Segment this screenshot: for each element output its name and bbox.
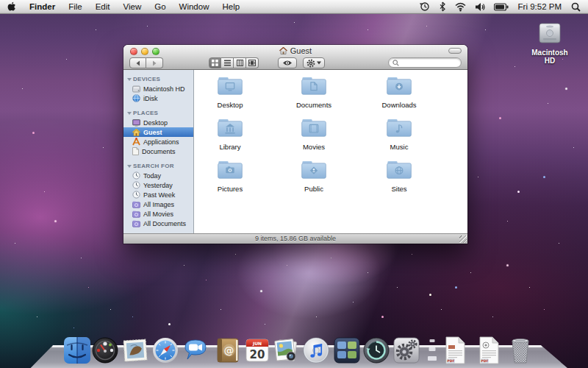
disclosure-triangle-icon	[127, 78, 132, 81]
menu-help[interactable]: Help	[215, 0, 246, 13]
dashboard-icon	[90, 336, 120, 365]
toolbar-toggle-button[interactable]	[448, 48, 462, 54]
sidebar-item-documents[interactable]: Documents	[123, 146, 193, 156]
gear-icon	[306, 59, 315, 68]
search-icon	[392, 60, 399, 66]
spotlight-icon[interactable]	[567, 0, 588, 13]
sidebar-section-devices[interactable]: DEVICES	[123, 74, 193, 84]
folder-pictures[interactable]: Pictures	[198, 159, 262, 193]
folder-sites[interactable]: Sites	[368, 159, 431, 193]
icon-view-button[interactable]	[209, 57, 221, 68]
hard-drive-icon	[132, 85, 140, 93]
folder-public[interactable]: Public	[282, 159, 345, 193]
pdf-document-icon: PDF	[475, 336, 503, 365]
sidebar-item-label: Macintosh HD	[143, 85, 185, 93]
sidebar-item-macintosh-hd[interactable]: Macintosh HD	[123, 84, 193, 93]
search-input[interactable]	[399, 59, 456, 66]
sidebar-item-all-documents[interactable]: All Documents	[123, 219, 193, 228]
dock-time-machine[interactable]	[362, 336, 391, 365]
dock: @ JUN 20	[0, 331, 588, 368]
section-title: DEVICES	[133, 76, 160, 82]
dock-ichat[interactable]	[181, 336, 210, 365]
sites-folder-icon	[386, 159, 412, 180]
folder-movies[interactable]: Movies	[282, 117, 345, 151]
back-button[interactable]	[129, 57, 146, 68]
clock-icon	[132, 171, 140, 180]
sidebar-item-yesterday[interactable]: Yesterday	[123, 180, 193, 190]
sidebar-item-label: Past Week	[143, 191, 175, 199]
battery-icon[interactable]	[490, 0, 513, 13]
folder-library[interactable]: Library	[198, 117, 262, 151]
menu-window[interactable]: Window	[173, 0, 216, 13]
search-field[interactable]	[388, 57, 462, 68]
sidebar-item-label: All Images	[143, 201, 174, 208]
bluetooth-icon[interactable]	[434, 0, 451, 13]
documents-folder-icon	[301, 75, 327, 96]
sidebar-item-today[interactable]: Today	[123, 171, 193, 180]
dock-address-book[interactable]: @	[213, 336, 243, 365]
folder-downloads[interactable]: Downloads	[368, 75, 431, 109]
quick-look-button[interactable]	[278, 57, 297, 68]
list-view-button[interactable]	[221, 57, 234, 68]
menu-finder[interactable]: Finder	[23, 0, 62, 13]
window-header[interactable]: Guest	[123, 45, 467, 70]
safari-icon	[151, 336, 180, 365]
folder-label: Music	[368, 143, 431, 151]
menu-file[interactable]: File	[62, 0, 89, 13]
dock-ical[interactable]: JUN 20	[243, 336, 272, 365]
folder-music[interactable]: Music	[368, 117, 431, 151]
pdf-label: PDF	[481, 359, 488, 363]
volume-icon[interactable]	[470, 0, 490, 13]
sidebar-section-search-for[interactable]: SEARCH FOR	[123, 160, 193, 171]
dock-finder[interactable]	[62, 336, 92, 365]
menu-view[interactable]: View	[117, 0, 148, 13]
smart-folder-icon	[132, 210, 140, 218]
resize-grip[interactable]	[459, 236, 467, 243]
sidebar-section-places[interactable]: PLACES	[123, 107, 193, 118]
action-menu-button[interactable]	[303, 57, 325, 68]
sidebar-item-all-images[interactable]: All Images	[123, 199, 193, 209]
menu-edit[interactable]: Edit	[89, 0, 117, 13]
menu-go[interactable]: Go	[148, 0, 172, 13]
dock-mail[interactable]	[121, 336, 150, 365]
pdf-document-icon: PDF	[441, 336, 469, 365]
idisk-globe-icon	[132, 94, 140, 102]
forward-button[interactable]	[146, 57, 163, 68]
menu-clock[interactable]: Fri 9:52 PM	[513, 2, 567, 11]
desktop-volume-macintosh-hd[interactable]: Macintosh HD	[526, 22, 573, 65]
downloads-folder-icon	[386, 75, 412, 96]
dock-spaces[interactable]	[332, 336, 362, 365]
disclosure-triangle-icon	[127, 112, 132, 115]
coverflow-view-button[interactable]	[246, 57, 259, 68]
column-view-button[interactable]	[234, 57, 246, 68]
sidebar-item-guest[interactable]: Guest	[123, 127, 193, 137]
sidebar-item-all-movies[interactable]: All Movies	[123, 209, 193, 219]
dock-itunes[interactable]	[301, 336, 331, 365]
dock-system-preferences[interactable]	[392, 336, 421, 365]
smart-folder-icon	[132, 220, 140, 227]
time-machine-icon[interactable]	[415, 0, 434, 13]
desktop-volume-label: Macintosh HD	[526, 49, 573, 65]
sidebar-item-label: Guest	[143, 129, 162, 136]
dock-iphoto[interactable]	[271, 336, 301, 365]
dock-trash[interactable]	[506, 336, 535, 365]
sidebar-item-desktop[interactable]: Desktop	[123, 118, 193, 127]
menu-bar: Finder File Edit View Go Window Help	[0, 0, 588, 14]
sidebar-item-past-week[interactable]: Past Week	[123, 190, 193, 199]
ical-icon: JUN 20	[243, 336, 272, 365]
wifi-icon[interactable]	[451, 0, 470, 13]
folder-label: Desktop	[198, 101, 262, 109]
dock-pdf-document-1[interactable]: PDF	[441, 336, 470, 365]
sidebar-item-applications[interactable]: Applications	[123, 137, 193, 146]
folder-label: Movies	[282, 143, 345, 151]
sidebar-item-idisk[interactable]: iDisk	[123, 93, 193, 103]
system-preferences-icon	[392, 336, 421, 365]
dock-dashboard[interactable]	[90, 336, 120, 365]
folder-desktop[interactable]: Desktop	[198, 75, 262, 109]
folder-documents[interactable]: Documents	[282, 75, 345, 109]
apple-menu[interactable]	[0, 0, 23, 13]
sidebar: DEVICES Macintosh HD iDisk PLACES Deskto…	[123, 70, 194, 233]
dock-safari[interactable]	[151, 336, 180, 365]
folder-view[interactable]: Desktop Documents	[194, 70, 467, 233]
dock-pdf-document-2[interactable]: PDF	[475, 336, 504, 365]
